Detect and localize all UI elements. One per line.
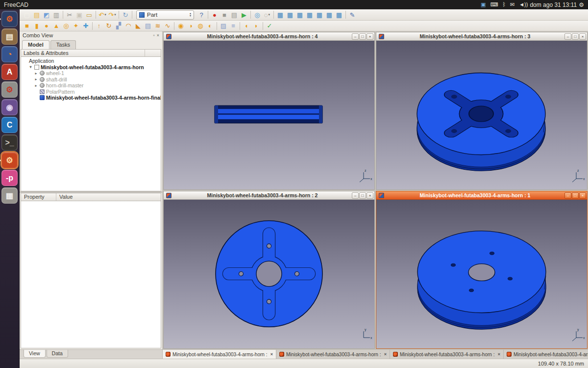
mail-indicator-icon[interactable]: ✉	[510, 0, 514, 9]
revolve-button[interactable]: ↻	[104, 21, 114, 30]
boolean-union-button[interactable]: ◍	[196, 21, 205, 30]
cone-primitive-button[interactable]: ▲	[51, 21, 61, 30]
redo-button[interactable]: ↷▾	[107, 10, 117, 20]
new-document-button[interactable]: ▢	[22, 10, 32, 20]
whats-this-button[interactable]: ?	[196, 10, 206, 20]
extrude-button[interactable]: ↑	[94, 21, 104, 30]
3d-viewport-3[interactable]: z x	[376, 41, 587, 189]
launcher-mypaint[interactable]: -p	[1, 170, 18, 186]
front-view-button[interactable]: ▦	[285, 10, 295, 20]
boolean-operation-button[interactable]: ◉	[176, 21, 186, 30]
viewport1-titlebar[interactable]: Miniskybot-wheel-futaba3003-4-arms-horn …	[376, 191, 587, 200]
sphere-primitive-button[interactable]: ●	[42, 21, 51, 30]
app-indicator-icon[interactable]: ▣	[481, 0, 486, 9]
maximize-button[interactable]: □	[359, 192, 366, 199]
undo-button[interactable]: ↶▾	[98, 10, 107, 20]
close-button[interactable]: ×	[579, 192, 586, 199]
workbench-selector[interactable]: Part▴▾	[136, 10, 194, 20]
refresh-button[interactable]: ↻	[121, 10, 130, 20]
mdi-tab[interactable]: Miniskybot-wheel-futaba3003-4-arms-horn …	[163, 350, 276, 359]
check-geometry-button[interactable]: ✓	[265, 21, 274, 30]
rear-view-button[interactable]: ▦	[315, 10, 324, 20]
clock[interactable]: dom ago 31 13:11	[530, 1, 577, 8]
session-menu-icon[interactable]: ⚙	[579, 1, 584, 8]
shape-builder-button[interactable]: ✚	[81, 21, 91, 30]
keyboard-indicator-icon[interactable]: ⌨	[490, 0, 498, 9]
minimize-button[interactable]: –	[564, 33, 571, 40]
torus-primitive-button[interactable]: ◎	[61, 21, 71, 30]
tree-item[interactable]: ▸shaft-drill	[21, 77, 161, 83]
tree-item[interactable]: Miniskybot-wheel-futaba3003-4-arms-horn-…	[21, 95, 161, 101]
3d-viewport-2[interactable]: y x	[164, 200, 374, 348]
left-view-button[interactable]: ▦	[334, 10, 344, 20]
value-column[interactable]: Value	[56, 193, 161, 201]
maximize-button[interactable]: □	[572, 33, 579, 40]
bottom-view-button[interactable]: ▦	[324, 10, 334, 20]
minimize-button[interactable]: –	[352, 33, 359, 40]
launcher-system-settings[interactable]: ⚙	[1, 81, 18, 98]
draw-style-button[interactable]: ◌▾	[262, 10, 272, 20]
maximize-button[interactable]: □	[359, 33, 366, 40]
ruled-surface-button[interactable]: ▤	[143, 21, 153, 30]
chamfer-button[interactable]: ◣	[133, 21, 143, 30]
measure-distance-button[interactable]: ✎	[347, 10, 357, 20]
mdi-tab[interactable]: Miniskybot-wheel-futaba3003-4-arms-horn …	[390, 350, 504, 359]
right-view-button[interactable]: ▦	[305, 10, 315, 20]
box-primitive-button[interactable]: ■	[22, 21, 32, 30]
3d-viewport-4[interactable]: z x	[164, 41, 374, 189]
tab-close-icon[interactable]: ×	[498, 352, 500, 357]
minimize-button[interactable]: –	[564, 192, 571, 199]
3d-viewport-1[interactable]: y x	[376, 200, 587, 348]
open-document-button[interactable]: ▤	[32, 10, 42, 20]
axonometric-view-button[interactable]: ▦	[275, 10, 285, 20]
minimize-button[interactable]: –	[352, 192, 359, 199]
viewport2-titlebar[interactable]: Miniskybot-wheel-futaba3003-4-arms-horn …	[164, 191, 374, 200]
fillet-button[interactable]: ◠	[123, 21, 133, 30]
copy-button[interactable]: ▣	[74, 10, 84, 20]
launcher-text-editor[interactable]: A	[1, 64, 18, 80]
launcher-file-manager[interactable]: ▤	[1, 28, 18, 45]
boolean-common-button[interactable]: ◐	[205, 21, 215, 30]
mirror-button[interactable]: ▞	[114, 21, 123, 30]
mdi-tab[interactable]: Miniskybot-wheel-futaba3003-4-arms-horn …	[276, 350, 390, 359]
close-button[interactable]: ×	[367, 33, 373, 40]
section-button[interactable]: ▨	[219, 21, 228, 30]
tree-item[interactable]: ▸wheel-1	[21, 70, 161, 77]
fit-all-button[interactable]: ◎	[252, 10, 262, 20]
create-primitives-button[interactable]: ✦	[71, 21, 81, 30]
top-view-button[interactable]: ▦	[295, 10, 305, 20]
launcher-terminal[interactable]: >_	[1, 134, 18, 151]
tree-item[interactable]: ▸horn-drill-master	[21, 82, 161, 89]
print-button[interactable]: ▥	[51, 10, 61, 20]
property-column[interactable]: Property	[21, 193, 56, 201]
launcher-ubuntu-one[interactable]: ◉	[1, 99, 18, 115]
loft-button[interactable]: ≋	[153, 21, 163, 30]
launcher-code-app[interactable]: C	[1, 117, 18, 133]
cut-button[interactable]: ✂	[65, 10, 74, 20]
sweep-button[interactable]: ∿	[163, 21, 172, 30]
float-panel-icon[interactable]: ▫	[153, 33, 155, 38]
macro-edit-button[interactable]: ▤	[229, 10, 239, 20]
tab-view[interactable]: View	[24, 350, 46, 358]
paste-button[interactable]: ▭	[84, 10, 94, 20]
volume-indicator-icon[interactable]: ◄))	[519, 0, 528, 9]
save-document-button[interactable]: ◩	[42, 10, 51, 20]
tab-model[interactable]: Model	[22, 40, 49, 49]
macro-stop-button[interactable]: ■	[220, 10, 229, 20]
launcher-firefox[interactable]: ◔	[1, 46, 18, 62]
tree-item[interactable]: ▾Miniskybot-wheel-futaba3003-4-arms-horn	[21, 64, 161, 71]
cylinder-primitive-button[interactable]: ▮	[32, 21, 42, 30]
close-button[interactable]: ×	[367, 192, 373, 199]
viewport3-titlebar[interactable]: Miniskybot-wheel-futaba3003-4-arms-horn …	[376, 32, 587, 41]
launcher-freecad-dash[interactable]: ⚙	[1, 11, 18, 27]
maximize-button[interactable]: □	[572, 192, 579, 199]
thickness-button[interactable]: ◗	[251, 21, 261, 30]
bluetooth-indicator-icon[interactable]: ᛒ	[502, 0, 506, 9]
tree-item[interactable]: Application	[21, 58, 161, 64]
tree-item[interactable]: PolarPattern	[21, 89, 161, 95]
tab-close-icon[interactable]: ×	[384, 352, 387, 357]
cross-sections-button[interactable]: ≡	[228, 21, 238, 30]
boolean-cut-button[interactable]: ◑	[186, 21, 196, 30]
close-button[interactable]: ×	[579, 33, 586, 40]
macro-record-button[interactable]: ●	[210, 10, 220, 20]
